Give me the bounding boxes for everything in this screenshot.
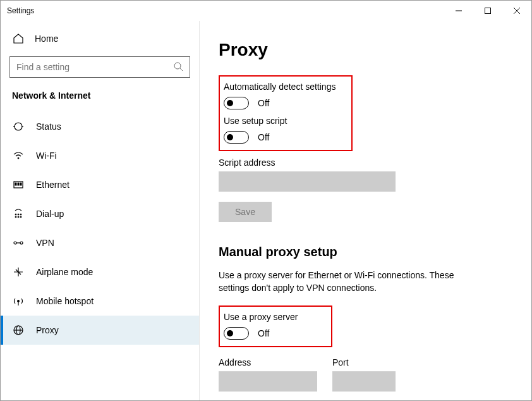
- use-script-label: Use setup script: [224, 116, 345, 126]
- airplane-icon: [12, 266, 25, 278]
- sidebar: Home Network & Internet Status Wi-Fi: [1, 21, 200, 400]
- svg-point-15: [18, 214, 19, 215]
- use-proxy-toggle[interactable]: [224, 327, 249, 340]
- sidebar-item-label: Mobile hotspot: [36, 296, 94, 306]
- sidebar-item-vpn[interactable]: VPN: [1, 228, 199, 257]
- svg-point-9: [18, 157, 19, 159]
- svg-rect-12: [18, 183, 19, 185]
- auto-detect-state: Off: [258, 98, 269, 108]
- sidebar-item-wifi[interactable]: Wi-Fi: [1, 141, 199, 170]
- sidebar-item-airplane[interactable]: Airplane mode: [1, 257, 199, 287]
- search-icon: [173, 61, 184, 75]
- window-title: Settings: [7, 6, 34, 15]
- sidebar-item-label: Wi-Fi: [36, 151, 57, 161]
- sidebar-item-label: Proxy: [36, 325, 59, 335]
- svg-point-20: [14, 242, 16, 244]
- highlight-box-proxy: Use a proxy server Off: [219, 305, 332, 347]
- sidebar-item-dialup[interactable]: Dial-up: [1, 199, 199, 228]
- port-label: Port: [332, 357, 396, 367]
- manual-section-head: Manual proxy setup: [219, 245, 512, 259]
- script-address-label: Script address: [219, 157, 512, 168]
- sidebar-item-proxy[interactable]: Proxy: [1, 316, 199, 345]
- section-title: Network & Internet: [1, 87, 199, 112]
- use-script-toggle[interactable]: [224, 131, 249, 144]
- sidebar-item-label: Airplane mode: [36, 267, 93, 277]
- search-input[interactable]: [9, 56, 190, 78]
- svg-point-17: [15, 216, 16, 218]
- close-button[interactable]: [502, 1, 531, 21]
- page-title: Proxy: [219, 40, 512, 60]
- auto-detect-label: Automatically detect settings: [224, 82, 345, 92]
- script-address-input[interactable]: [219, 171, 396, 192]
- hotspot-icon: [12, 295, 25, 307]
- port-input[interactable]: [332, 371, 396, 392]
- address-label: Address: [219, 357, 317, 367]
- manual-section-desc: Use a proxy server for Ethernet or Wi-Fi…: [219, 269, 484, 294]
- use-proxy-label: Use a proxy server: [224, 312, 325, 322]
- address-input[interactable]: [219, 371, 317, 392]
- highlight-box-auto: Automatically detect settings Off Use se…: [219, 75, 353, 151]
- use-proxy-state: Off: [258, 328, 269, 338]
- content-pane: Proxy Automatically detect settings Off …: [200, 21, 531, 400]
- svg-point-18: [18, 216, 19, 218]
- minimize-button[interactable]: [444, 1, 473, 21]
- titlebar: Settings: [1, 1, 531, 21]
- sidebar-item-ethernet[interactable]: Ethernet: [1, 170, 199, 199]
- save-button[interactable]: Save: [219, 202, 272, 222]
- nav-list: Status Wi-Fi Ethernet Dial-up VPN: [1, 112, 199, 345]
- svg-line-5: [180, 68, 183, 71]
- svg-point-4: [174, 63, 181, 69]
- svg-rect-13: [20, 183, 21, 185]
- sidebar-item-hotspot[interactable]: Mobile hotspot: [1, 287, 199, 316]
- svg-point-16: [20, 214, 21, 215]
- search-field[interactable]: [16, 62, 168, 72]
- dialup-icon: [12, 207, 25, 220]
- maximize-button[interactable]: [473, 1, 502, 21]
- sidebar-item-label: Ethernet: [36, 180, 70, 190]
- sidebar-item-label: Dial-up: [36, 209, 64, 219]
- home-label: Home: [35, 34, 58, 44]
- svg-rect-11: [15, 183, 16, 185]
- vpn-icon: [12, 237, 25, 249]
- svg-point-19: [20, 216, 21, 218]
- ethernet-icon: [12, 178, 25, 191]
- home-icon: [12, 32, 25, 45]
- svg-point-6: [15, 123, 22, 130]
- svg-rect-1: [485, 8, 491, 14]
- sidebar-item-label: Status: [36, 121, 61, 132]
- svg-point-21: [20, 242, 23, 244]
- sidebar-item-status[interactable]: Status: [1, 112, 199, 141]
- use-script-state: Off: [258, 132, 269, 142]
- svg-point-14: [15, 214, 16, 215]
- sidebar-item-label: VPN: [36, 238, 54, 248]
- auto-detect-toggle[interactable]: [224, 97, 249, 109]
- home-link[interactable]: Home: [1, 26, 199, 51]
- wifi-icon: [12, 149, 25, 162]
- proxy-icon: [12, 324, 25, 336]
- status-icon: [12, 120, 25, 133]
